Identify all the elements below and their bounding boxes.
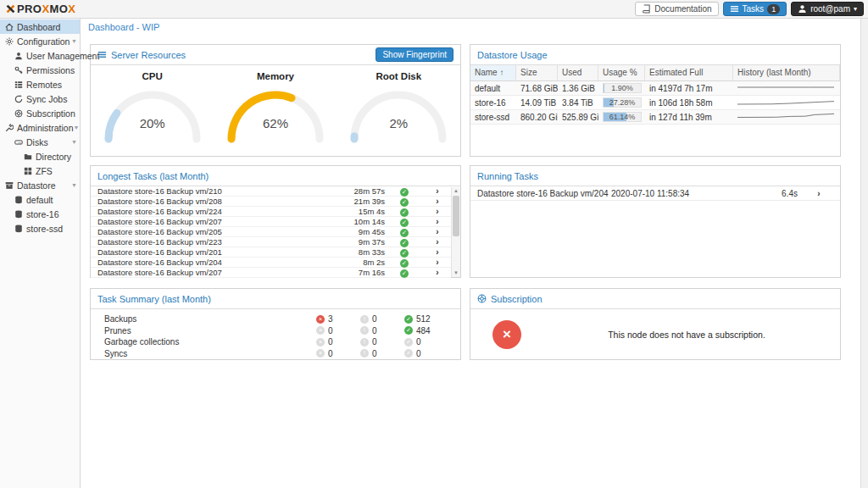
open-task-chevron-icon[interactable]: ›: [424, 197, 451, 206]
sidebar-item-datastore[interactable]: Datastore▼: [0, 178, 80, 192]
sidebar-item-store-16[interactable]: store-16: [0, 207, 80, 221]
column-header-used[interactable]: Used: [558, 65, 598, 80]
summary-warning-count-cell[interactable]: !0: [360, 337, 404, 347]
scroll-up-icon[interactable]: ▲: [452, 187, 460, 195]
open-task-chevron-icon[interactable]: ›: [424, 227, 451, 236]
longest-task-row[interactable]: Datastore store-16 Backup vm/22415m 4s✓›: [91, 207, 451, 217]
panel-header: Longest Tasks (last Month): [91, 166, 460, 186]
status-ok-icon: ✓: [400, 219, 409, 227]
datastore-row-store-16[interactable]: store-1614.09 TiB3.84 TiB27.28%in 106d 1…: [470, 96, 840, 110]
sidebar-item-label: Administration: [17, 123, 74, 133]
column-header-history-last-month-[interactable]: History (last Month): [733, 65, 840, 80]
documentation-button[interactable]: Documentation: [635, 2, 718, 16]
dashboard-content: Server Resources Show Fingerprint CPU20%…: [81, 36, 868, 488]
sidebar-item-label: Configuration: [17, 36, 70, 47]
logo-text-2: X: [42, 3, 49, 15]
longest-task-row[interactable]: Datastore store-16 Backup vm/2239m 37s✓›: [91, 237, 451, 247]
sidebar-item-label: Remotes: [26, 80, 62, 90]
longest-task-row[interactable]: Datastore store-16 Backup vm/2048m 2s✓›: [91, 258, 451, 268]
open-task-chevron-icon[interactable]: ›: [424, 258, 451, 267]
ok-count: 512: [416, 314, 431, 324]
cell-usage-pct: 61.14%: [598, 112, 645, 122]
open-task-chevron-icon[interactable]: ›: [424, 247, 451, 257]
sidebar-item-configuration[interactable]: Configuration▼: [0, 34, 80, 48]
sidebar-item-permissions[interactable]: Permissions: [0, 63, 80, 77]
open-task-chevron-icon[interactable]: ›: [424, 217, 451, 226]
sidebar-item-user-management[interactable]: User Management: [0, 48, 80, 63]
task-name: Datastore store-16 Backup vm/223: [97, 237, 331, 247]
sidebar-item-label: Sync Jobs: [26, 94, 67, 104]
longest-task-row[interactable]: Datastore store-16 Backup vm/2077m 16s✓›: [91, 268, 451, 278]
database-icon: [14, 196, 23, 204]
window-scrollbar[interactable]: [860, 19, 868, 488]
column-header-size[interactable]: Size: [516, 65, 558, 80]
summary-ok-count-cell[interactable]: ✓0: [404, 349, 448, 358]
summary-warning-count-cell[interactable]: !0: [360, 349, 404, 358]
summary-error-count-cell[interactable]: ×0: [316, 337, 360, 347]
collapse-caret-icon[interactable]: ▼: [71, 182, 77, 188]
sidebar-item-directory[interactable]: Directory: [0, 149, 80, 164]
sidebar-item-subscription[interactable]: Subscription: [0, 106, 80, 120]
show-fingerprint-button[interactable]: Show Fingerprint: [376, 47, 453, 62]
datastore-row-default[interactable]: default71.68 GiB1.36 GiB1.90%in 4197d 7h…: [470, 81, 840, 96]
longest-task-row[interactable]: Datastore store-16 Backup vm/20710m 14s✓…: [91, 217, 451, 227]
collapse-caret-icon[interactable]: ▼: [74, 125, 80, 130]
task-status: ✓: [385, 268, 424, 278]
collapse-caret-icon[interactable]: ▼: [71, 38, 77, 44]
sidebar-item-store-ssd[interactable]: store-ssd: [0, 221, 80, 236]
warning-count: 0: [372, 326, 377, 336]
history-sparkline: [737, 80, 834, 94]
running-task-row[interactable]: Datastore store-16 Backup vm/2042020-07-…: [470, 186, 840, 201]
longest-task-row[interactable]: Datastore store-16 Backup vm/2018m 33s✓›: [91, 247, 451, 258]
chevron-down-icon: ▾: [854, 5, 857, 13]
scrollbar-thumb[interactable]: [453, 196, 459, 236]
open-task-chevron-icon[interactable]: ›: [424, 186, 451, 196]
longest-task-row[interactable]: Datastore store-16 Backup vm/21028m 57s✓…: [91, 186, 451, 197]
summary-warning-count-cell[interactable]: !0: [360, 314, 404, 324]
user-menu-button[interactable]: root@pam ▾: [791, 2, 864, 16]
collapse-caret-icon[interactable]: ▼: [71, 139, 77, 145]
sidebar-item-sync-jobs[interactable]: Sync Jobs: [0, 92, 80, 106]
sidebar-item-default[interactable]: default: [0, 192, 80, 207]
topbar-actions: Documentation Tasks 1 root@pam ▾: [635, 2, 864, 16]
datastore-usage-title: Datastore Usage: [477, 50, 548, 60]
summary-error-count-cell[interactable]: ×0: [316, 349, 360, 358]
cell-estimated-full: in 127d 11h 39m: [645, 113, 733, 122]
longest-task-row[interactable]: Datastore store-16 Backup vm/20821m 39s✓…: [91, 197, 451, 207]
column-header-estimated-full[interactable]: Estimated Full: [645, 65, 733, 80]
sidebar-item-label: Datastore: [17, 180, 56, 191]
dashboard-icon: [5, 23, 14, 31]
task-list-icon: [730, 4, 739, 14]
usage-progress-label: 1.90%: [604, 84, 641, 93]
tasks-scrollbar[interactable]: ▲ ▼: [451, 187, 460, 277]
warning-icon: !: [360, 349, 369, 358]
open-task-chevron-icon[interactable]: ›: [424, 237, 451, 247]
summary-ok-count-cell[interactable]: ✓0: [404, 337, 448, 347]
logo-text-4: X: [68, 3, 75, 15]
column-header-usage-[interactable]: Usage %: [598, 65, 645, 80]
column-header-name[interactable]: Name ↑: [470, 65, 516, 80]
task-name: Datastore store-16 Backup vm/204: [97, 258, 331, 267]
open-task-chevron-icon[interactable]: ›: [424, 268, 451, 277]
tasks-button[interactable]: Tasks 1: [723, 2, 787, 16]
sidebar-item-zfs[interactable]: ZFS: [0, 164, 80, 178]
summary-row-garbage-collections: Garbage collections×0!0✓0: [91, 336, 460, 348]
book-icon: [642, 4, 651, 14]
sidebar-item-administration[interactable]: Administration▼: [0, 120, 80, 135]
summary-ok-count-cell[interactable]: ✓484: [404, 326, 448, 336]
summary-ok-count-cell[interactable]: ✓512: [404, 314, 448, 324]
sidebar-item-disks[interactable]: Disks▼: [0, 135, 80, 149]
open-task-chevron-icon[interactable]: ›: [424, 207, 451, 216]
gauge-memory: Memory62%: [216, 69, 335, 147]
task-duration: 9m 37s: [331, 237, 385, 247]
open-task-chevron-icon[interactable]: ›: [798, 189, 840, 198]
sidebar-item-dashboard[interactable]: Dashboard: [0, 19, 80, 34]
datastore-row-store-ssd[interactable]: store-ssd860.20 GiB525.89 GiB61.14%in 12…: [470, 110, 840, 125]
summary-error-count-cell[interactable]: ×3: [316, 314, 360, 324]
datastore-usage-table: Name ↑SizeUsedUsage %Estimated FullHisto…: [470, 65, 840, 125]
summary-warning-count-cell[interactable]: !0: [360, 326, 404, 336]
sidebar-item-remotes[interactable]: Remotes: [0, 77, 80, 92]
longest-task-row[interactable]: Datastore store-16 Backup vm/2059m 45s✓›: [91, 227, 451, 237]
summary-error-count-cell[interactable]: ×0: [316, 326, 360, 336]
scroll-down-icon[interactable]: ▼: [452, 269, 460, 277]
